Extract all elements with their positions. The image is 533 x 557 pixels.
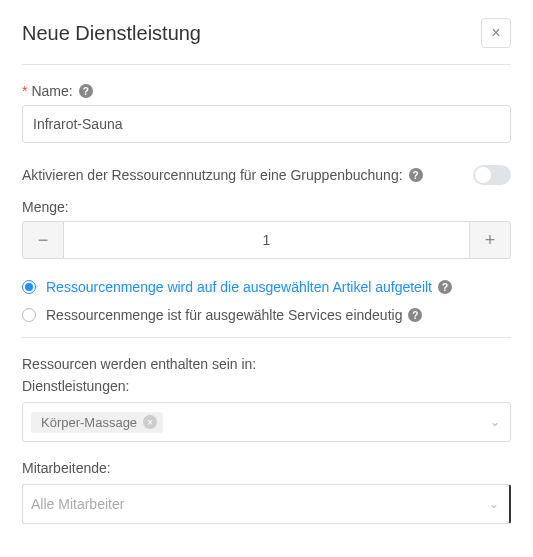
services-select[interactable]: Körper-Massage × ⌄	[22, 402, 511, 442]
close-icon: ×	[147, 417, 153, 428]
close-icon: ×	[491, 24, 500, 42]
required-marker: *	[22, 83, 27, 99]
dialog-title: Neue Dienstleistung	[22, 22, 201, 45]
help-icon[interactable]: ?	[79, 84, 93, 98]
employees-label: Mitarbeitende:	[22, 460, 511, 476]
close-button[interactable]: ×	[481, 18, 511, 48]
name-input[interactable]	[22, 105, 511, 143]
chevron-down-icon: ⌄	[490, 415, 500, 429]
quantity-decrement-button[interactable]: −	[22, 221, 64, 259]
allocation-unique-label: Ressourcenmenge ist für ausgewählte Serv…	[46, 307, 422, 323]
help-icon[interactable]: ?	[409, 168, 423, 182]
minus-icon: −	[38, 230, 49, 251]
service-tag: Körper-Massage ×	[31, 412, 163, 433]
quantity-label: Menge:	[22, 199, 511, 215]
service-tag-label: Körper-Massage	[41, 415, 137, 430]
help-icon[interactable]: ?	[438, 280, 452, 294]
dialog-header: Neue Dienstleistung ×	[22, 18, 511, 65]
employees-select[interactable]: Alle Mitarbeiter ⌄	[22, 484, 511, 524]
tag-remove-button[interactable]: ×	[143, 415, 157, 429]
employees-placeholder: Alle Mitarbeiter	[31, 496, 124, 512]
group-booking-label: Aktivieren der Ressourcennutzung für ein…	[22, 167, 423, 183]
quantity-increment-button[interactable]: +	[469, 221, 511, 259]
allocation-split-label: Ressourcenmenge wird auf die ausgewählte…	[46, 279, 452, 295]
plus-icon: +	[485, 230, 496, 251]
name-label: *Name: ?	[22, 83, 511, 99]
contained-in-label: Ressourcen werden enthalten sein in:	[22, 356, 511, 372]
chevron-down-icon: ⌄	[489, 497, 499, 511]
allocation-unique-radio[interactable]	[22, 308, 36, 322]
divider	[22, 337, 511, 338]
help-icon[interactable]: ?	[408, 308, 422, 322]
allocation-split-radio[interactable]	[22, 280, 36, 294]
quantity-stepper: − +	[22, 221, 511, 259]
quantity-input[interactable]	[64, 221, 469, 259]
services-label: Dienstleistungen:	[22, 378, 511, 394]
group-booking-toggle[interactable]	[473, 165, 511, 185]
